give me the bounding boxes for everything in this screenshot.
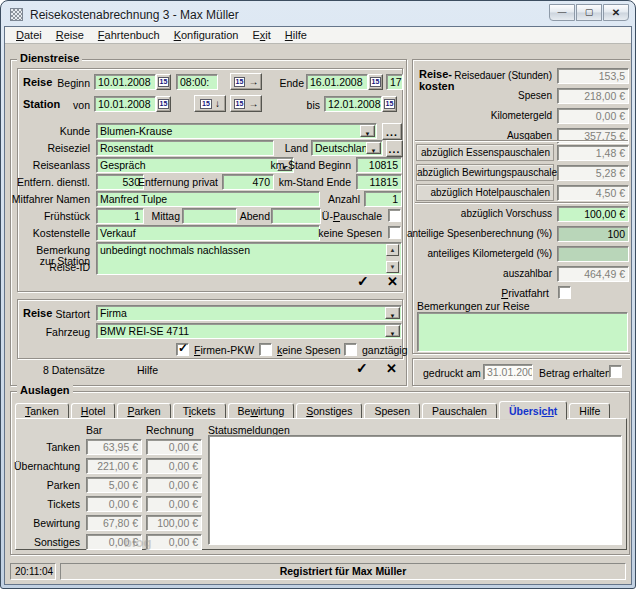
expense-rechnung-sonstiges[interactable]: 0,00 €	[146, 534, 202, 550]
minimize-button[interactable]: —	[549, 4, 575, 21]
beginn-date-calendar-button[interactable]: 15	[156, 74, 171, 90]
entf-dienstl-field[interactable]: 530	[96, 174, 144, 190]
scroll-down-icon[interactable]: ▼	[386, 261, 399, 273]
ende-time-field[interactable]: 17:30:	[386, 74, 403, 90]
expense-bar-tickets[interactable]: 0,00 €	[86, 496, 142, 512]
land-ellipsis-button[interactable]: ...	[386, 140, 403, 157]
reiseanlass-combo[interactable]: Gespräch ▼	[96, 157, 294, 173]
tab-bewirtung[interactable]: Bewirtung	[228, 403, 295, 419]
tab-parken[interactable]: Parken	[117, 403, 170, 419]
tab-sonstiges[interactable]: Sonstiges	[296, 403, 362, 419]
startort-dropdown-button[interactable]: ▼	[385, 307, 400, 319]
calendar-icon: 15	[384, 99, 396, 109]
close-button[interactable]: ✕	[603, 4, 629, 21]
client-area: Dienstreise Reise Beginn 10.01.2008 15 0…	[6, 45, 630, 583]
startort-combo[interactable]: Firma ▼	[96, 305, 402, 321]
ende-date-field[interactable]: 16.01.2008	[306, 74, 368, 90]
title-bar[interactable]: Reisekostenabrechnung 3 - Max Müller — ▢…	[4, 4, 632, 26]
mitfahrer-field[interactable]: Manfred Tulpe	[96, 191, 320, 207]
mittag-field[interactable]	[182, 208, 237, 224]
kosten-value-abzüglich-essenspauschalen[interactable]: 1,48 €	[557, 145, 629, 161]
expense-rechnung-übernachtung[interactable]: 0,00 €	[146, 458, 202, 474]
von-date-calendar-button[interactable]: 15	[156, 96, 171, 112]
tab-übersicht[interactable]: Übersicht	[499, 401, 567, 420]
menu-item-reise[interactable]: Reise	[49, 29, 91, 41]
tab-hilfe[interactable]: Hilfe	[569, 403, 610, 419]
kosten-value-spesen[interactable]: 218,00 €	[557, 88, 629, 104]
tab-tickets[interactable]: Tickets	[173, 403, 226, 419]
km-ende-field[interactable]: 11815	[356, 174, 402, 190]
ende-date-calendar-button[interactable]: 15	[368, 74, 383, 90]
firmen-pkw-checkbox[interactable]: ✓	[176, 343, 189, 356]
km-beginn-field[interactable]: 10815	[356, 157, 402, 173]
beginn-time-field[interactable]: 08:00:	[176, 74, 218, 90]
expense-rechnung-parken[interactable]: 0,00 €	[146, 477, 202, 493]
expense-bar-übernachtung[interactable]: 221,00 €	[86, 458, 142, 474]
keine-spesen-reise-checkbox[interactable]	[259, 343, 272, 356]
land-combo[interactable]: Deutschland ▼	[311, 140, 383, 156]
kunde-combo[interactable]: Blumen-Krause ▼	[96, 123, 377, 139]
expense-bar-parken[interactable]: 5,00 €	[86, 477, 142, 493]
copy-date-down-button[interactable]: 15↓	[194, 95, 226, 112]
keine-spesen-station-checkbox[interactable]	[388, 226, 401, 239]
kosten-value-abzüglich-bewirtungspauschalen[interactable]: 5,28 €	[557, 165, 629, 181]
menu-item-exit[interactable]: Exit	[245, 29, 277, 41]
ganztaegig-checkbox[interactable]	[344, 343, 357, 356]
bemerkung-scrollbar[interactable]: ▲ ▼	[386, 244, 400, 273]
kunde-dropdown-button[interactable]: ▼	[360, 125, 375, 137]
fruehstueck-field[interactable]: 1	[96, 208, 144, 224]
tab-tanken[interactable]: Tanken	[15, 403, 69, 419]
expense-rechnung-tickets[interactable]: 0,00 €	[146, 496, 202, 512]
expense-rechnung-bewirtung[interactable]: 100,00 €	[146, 515, 202, 531]
menu-item-fahrtenbuch[interactable]: Fahrtenbuch	[91, 29, 167, 41]
privatfahrt-checkbox[interactable]	[558, 286, 571, 299]
tab-pauschalen[interactable]: Pauschalen	[422, 403, 497, 419]
kosten-value-anteilige-spesenberechnung-[interactable]: 100	[557, 226, 629, 242]
kosten-value-anteiliges-kilometergeld-[interactable]	[557, 246, 629, 262]
hilfe-link[interactable]: Hilfe	[137, 364, 158, 376]
menu-item-hilfe[interactable]: Hilfe	[278, 29, 314, 41]
menu-item-datei[interactable]: Datei	[9, 29, 49, 41]
station-ok-button[interactable]: ✓	[357, 273, 369, 289]
fahrzeug-combo[interactable]: BMW REI-SE 4711 ▼	[96, 323, 402, 339]
station-cancel-button[interactable]: ✕	[387, 274, 398, 289]
land-dropdown-button[interactable]: ▼	[366, 142, 381, 154]
scroll-up-icon[interactable]: ▲	[386, 244, 399, 256]
statusmeldungen-box[interactable]	[208, 435, 622, 545]
abend-field[interactable]	[271, 208, 321, 224]
bis-date-field[interactable]: 12.01.2008	[324, 96, 382, 112]
fahrzeug-dropdown-button[interactable]: ▼	[385, 325, 400, 337]
kosten-value-abzüglich-vorschuss[interactable]: 100,00 €	[557, 206, 629, 222]
von-date-field[interactable]: 10.01.2008	[94, 96, 156, 112]
copy-date-right-button-reise[interactable]: 15→	[230, 73, 262, 90]
tab-spesen[interactable]: Spesen	[364, 403, 420, 419]
expense-bar-tanken[interactable]: 63,95 €	[86, 439, 142, 455]
bemerkungen-reise-textarea[interactable]	[417, 312, 628, 352]
reise-cancel-button[interactable]: ✕	[386, 361, 397, 376]
reiseziel-field[interactable]: Rosenstadt	[96, 140, 274, 156]
anzahl-field[interactable]: 1	[364, 191, 402, 207]
betrag-erhalten-label: Betrag erhalten	[539, 367, 611, 379]
betrag-erhalten-checkbox[interactable]	[609, 365, 622, 378]
kosten-value-auszahlbar[interactable]: 464,49 €	[557, 266, 629, 282]
kosten-value-abzüglich-hotelpauschalen[interactable]: 4,50 €	[557, 185, 629, 201]
expense-bar-bewirtung[interactable]: 67,80 €	[86, 515, 142, 531]
gedruckt-panel: gedruckt am 31.01.2006 Betrag erhalten	[412, 358, 630, 386]
reiseanlass-label: Reiseanlass	[33, 159, 90, 171]
expense-rechnung-tanken[interactable]: 0,00 €	[146, 439, 202, 455]
reise-ok-button[interactable]: ✓	[356, 360, 368, 376]
kostenstelle-field[interactable]: Verkauf	[96, 225, 320, 241]
kosten-value-kilometergeld[interactable]: 0,00 €	[557, 108, 629, 124]
menu-item-konfiguration[interactable]: Konfiguration	[167, 29, 246, 41]
bis-date-calendar-button[interactable]: 15	[382, 96, 397, 112]
copy-date-right-button-station[interactable]: 15→	[230, 95, 262, 112]
kunde-ellipsis-button[interactable]: ...	[382, 123, 402, 140]
gedruckt-am-field[interactable]: 31.01.2006	[483, 364, 533, 380]
tab-hotel[interactable]: Hotel	[71, 403, 116, 419]
bemerkung-textarea[interactable]: unbedingt nochmals nachlassen ▲ ▼	[96, 242, 402, 275]
ue-pauschale-checkbox[interactable]	[388, 209, 401, 222]
beginn-date-field[interactable]: 10.01.2008	[94, 74, 156, 90]
entf-privat-field[interactable]: 470	[222, 174, 274, 190]
kosten-value-reisedauer-stunden-[interactable]: 153,5	[557, 68, 629, 84]
maximize-button[interactable]: ▢	[576, 4, 602, 21]
